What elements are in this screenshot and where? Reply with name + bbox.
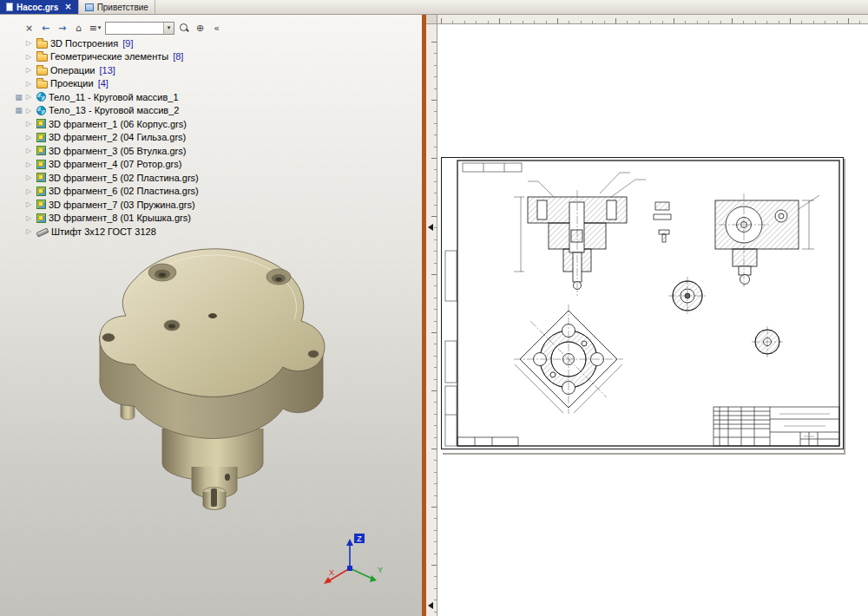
search-icon[interactable]: [178, 22, 190, 34]
toolbar-icon-confirm[interactable]: [709, 28, 724, 43]
expand-arrow-icon[interactable]: ▷: [26, 227, 34, 235]
expand-arrow-icon[interactable]: ▷: [26, 134, 34, 141]
tree-item-count: [9]: [122, 38, 133, 49]
drawing-2d-pane[interactable]: [422, 15, 868, 616]
back-button[interactable]: ←: [39, 22, 52, 35]
ruler-tick: [426, 265, 435, 279]
home-button[interactable]: ⌂: [72, 22, 85, 35]
fragment-cube-icon: [36, 187, 46, 196]
toolbar-icon-filter[interactable]: [676, 28, 691, 43]
circular-array-icon: [36, 92, 46, 102]
model-3d-viewport[interactable]: × ← → ⌂ ≡ ▾ ▾ ⊕ « ▦ ▷ 3D Построения [9]: [0, 15, 422, 616]
ruler-tick: [426, 381, 435, 395]
document-icon: [6, 3, 13, 11]
ruler-scroll-marker[interactable]: [428, 224, 433, 231]
tree-item-label: 3D фрагмент_4 (07 Ротор.grs): [49, 159, 181, 169]
expand-arrow-icon[interactable]: ▷: [26, 80, 34, 88]
toolbar-icon-cancel[interactable]: [726, 28, 740, 43]
ruler-tick: [426, 148, 435, 162]
ruler-scroll-marker[interactable]: [428, 602, 433, 609]
tab-nasos-grs[interactable]: Насос.grs ×: [0, 0, 79, 14]
tree-item[interactable]: ▦ ▷ 3D Построения [9]: [14, 36, 203, 50]
x-axis-label: X: [329, 568, 334, 577]
tab-close-icon[interactable]: ×: [64, 3, 71, 11]
tree-item-label: 3D фрагмент_6 (02 Пластина.grs): [49, 186, 199, 196]
tree-item[interactable]: ▦ ▷ 3D фрагмент_2 (04 Гильза.grs): [14, 131, 203, 145]
folder-icon: [36, 41, 48, 49]
horizontal-ruler: [437, 15, 868, 24]
tree-item[interactable]: ▦ ▷ 3D фрагмент_3 (05 Втулка.grs): [14, 144, 203, 158]
tree-item-label: 3D фрагмент_7 (03 Пружина.grs): [49, 200, 195, 210]
toolbar-icon-text[interactable]: [832, 28, 846, 43]
expand-arrow-icon[interactable]: ▷: [26, 66, 34, 74]
folder-icon: [36, 68, 48, 75]
tree-item-label: Тело_11 - Круговой массив_1: [49, 92, 179, 102]
fragment-cube-icon: [36, 213, 46, 223]
fragment-cube-icon: [36, 119, 46, 128]
expand-arrow-icon[interactable]: ▷: [26, 161, 34, 168]
collapse-panel-button[interactable]: «: [210, 22, 223, 35]
model-tree: ▦ ▷ 3D Построения [9] ▦ ▷ Геометрические…: [14, 36, 203, 239]
ruler-tick: [426, 497, 435, 511]
folder-icon: [36, 81, 48, 88]
pump-3d-model[interactable]: [82, 227, 343, 514]
toolbar-icon-snap[interactable]: [749, 28, 764, 43]
tree-item[interactable]: ▦ ▷ Операции [13]: [14, 63, 203, 77]
tree-item[interactable]: ▦ ▷ 3D фрагмент_5 (02 Пластина.grs): [14, 171, 203, 185]
tree-item-label: 3D Построения: [50, 38, 118, 49]
chevron-down-icon: ▾: [98, 24, 102, 31]
tree-item[interactable]: ▦ ▷ Тело_13 - Круговой массив_2: [14, 104, 203, 118]
vertical-ruler: [426, 24, 437, 616]
toolbar-icon-layers[interactable]: [693, 28, 707, 43]
expand-arrow-icon[interactable]: ▷: [26, 120, 34, 128]
locate-button[interactable]: ⊕: [194, 22, 207, 35]
drawing-toolbar: [676, 28, 863, 43]
ruler-tick: [426, 323, 435, 337]
tree-item-count: [8]: [173, 51, 183, 62]
tree-item[interactable]: ▦ ▷ 3D фрагмент_1 (06 Корпус.grs): [14, 117, 203, 131]
tree-item[interactable]: ▦ ▷ 3D фрагмент_4 (07 Ротор.grs): [14, 158, 203, 172]
tree-item[interactable]: ▦ ▷ 3D фрагмент_8 (01 Крышка.grs): [14, 212, 203, 226]
y-axis-label: Y: [378, 566, 383, 574]
tree-item-label: 3D фрагмент_2 (04 Гильза.grs): [49, 132, 186, 142]
tree-item-label: 3D фрагмент_5 (02 Пластина.grs): [49, 173, 199, 183]
expand-arrow-icon[interactable]: ▷: [26, 107, 34, 115]
drawing-toolbar-group-1: [676, 28, 740, 43]
toolbar-icon-hatch[interactable]: [799, 28, 813, 43]
fragment-cube-icon: [36, 200, 46, 209]
expand-arrow-icon[interactable]: ▷: [26, 147, 34, 154]
search-input[interactable]: [106, 23, 163, 33]
tab-welcome[interactable]: Приветствие: [79, 0, 155, 14]
tab-label: Насос.grs: [16, 3, 58, 12]
view-menu-button[interactable]: ≡ ▾: [89, 22, 102, 35]
z-axis-label: Z: [357, 534, 362, 543]
tree-filter-combo[interactable]: ▾: [105, 22, 174, 35]
welcome-window-icon: [85, 3, 94, 11]
tree-item[interactable]: ▦ ▷ Тело_11 - Круговой массив_1: [14, 90, 203, 104]
toolbar-icon-dimension[interactable]: [815, 28, 830, 43]
expand-arrow-icon[interactable]: ▷: [26, 93, 34, 101]
combo-dropdown-icon[interactable]: ▾: [163, 23, 174, 34]
tree-item[interactable]: ▦ ▷ 3D фрагмент_6 (02 Пластина.grs): [14, 185, 203, 199]
toolbar-icon-angle[interactable]: [782, 28, 797, 43]
drawing-canvas[interactable]: [437, 24, 868, 616]
tree-item[interactable]: ▦ ▷ Проекции [4]: [14, 77, 203, 91]
toolbar-icon-diameter[interactable]: [848, 28, 863, 43]
tree-item-label: Тело_13 - Круговой массив_2: [49, 105, 179, 115]
expand-arrow-icon[interactable]: ▷: [26, 53, 34, 61]
tree-item[interactable]: ▦ ▷ 3D фрагмент_7 (03 Пружина.grs): [14, 198, 203, 212]
tree-item[interactable]: ▦ ▷ Геометрические элементы [8]: [14, 50, 203, 64]
expand-arrow-icon[interactable]: ▷: [26, 214, 34, 222]
expand-arrow-icon[interactable]: ▷: [26, 39, 34, 47]
fragment-cube-icon: [36, 160, 46, 169]
tree-item-count: [4]: [98, 78, 108, 88]
expand-arrow-icon[interactable]: ▷: [26, 200, 34, 208]
expand-arrow-icon[interactable]: ▷: [26, 174, 34, 181]
tree-item-label: 3D фрагмент_3 (05 Втулка.grs): [49, 146, 186, 156]
expand-arrow-icon[interactable]: ▷: [26, 187, 34, 195]
folder-icon: [36, 54, 48, 62]
toolbar-icon-sketch-line[interactable]: [766, 28, 780, 43]
forward-button[interactable]: →: [56, 22, 69, 35]
close-tree-button[interactable]: ×: [23, 22, 36, 35]
grid-marker-icon: ▦: [14, 106, 23, 115]
